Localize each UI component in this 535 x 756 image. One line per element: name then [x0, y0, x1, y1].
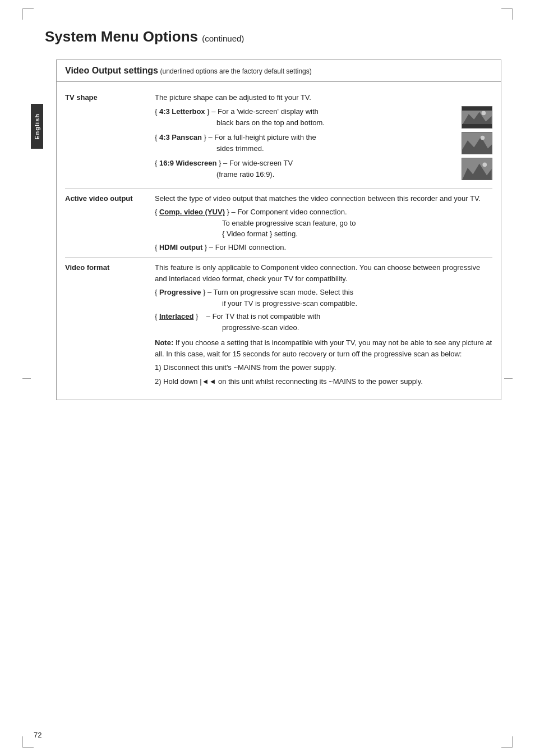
active-video-label: Active video output: [65, 193, 155, 203]
svg-point-7: [481, 135, 485, 140]
corner-mark-br: [501, 736, 513, 748]
letterbox-svg: [462, 107, 492, 128]
content-box: Video Output settings (underlined option…: [56, 59, 501, 400]
letterbox-desc1: For a 'wide-screen' display with: [218, 107, 319, 116]
note-step2: 2) Hold down |◄◄ on this unit whilst rec…: [155, 376, 492, 387]
widescreen-desc2: (frame ratio 16:9).: [155, 169, 456, 180]
widescreen-dash: –: [223, 159, 229, 167]
prog-option-text: Progressive: [159, 288, 201, 296]
hdmi-dash: – For HDMI connection.: [209, 243, 286, 251]
panscan-dash: –: [208, 133, 214, 141]
active-video-content: Select the type of video output that mat…: [155, 193, 492, 253]
comp-video-option: { Comp. video (YUV) } – For Component vi…: [155, 207, 492, 240]
corner-mark-bl: [22, 736, 34, 748]
settings-row-active-video: Active video output Select the type of v…: [57, 189, 501, 258]
page-title-continued: (continued): [202, 34, 244, 43]
settings-table: TV shape The picture shape can be adjust…: [57, 82, 501, 400]
side-mark-left: [22, 378, 31, 379]
page-number: 72: [34, 731, 41, 739]
prog-brace-open: {: [155, 288, 159, 296]
english-tab: English: [31, 104, 43, 149]
widescreen-option-text: 16:9 Widescreen: [159, 159, 217, 167]
widescreen-brace-open: {: [155, 159, 159, 167]
comp-sub-desc2: { Video format } setting.: [155, 228, 492, 240]
note-section: Note: If you choose a setting that is in…: [155, 337, 492, 387]
tv-shape-intro: The picture shape can be adjusted to fit…: [155, 92, 492, 103]
interlaced-option-text: Interlaced: [159, 312, 193, 320]
interlaced-option: { Interlaced } – For TV that is not comp…: [155, 311, 492, 333]
progressive-option: { Progressive } – Turn on progressive sc…: [155, 287, 492, 309]
interlaced-brace-open: {: [155, 312, 159, 320]
interlaced-sub-desc: progressive-scan video.: [155, 322, 492, 333]
tv-shape-label: TV shape: [65, 92, 155, 102]
letterbox-row: { 4:3 Letterbox } – For a 'wide-screen' …: [155, 106, 492, 129]
panscan-brace-open: {: [155, 133, 159, 141]
prog-brace-close: }: [201, 288, 207, 296]
letterbox-image: [462, 106, 492, 129]
panscan-desc1: For a full-height picture with the: [214, 133, 316, 141]
widescreen-brace-close: }: [216, 159, 223, 167]
english-tab-label: English: [34, 113, 40, 140]
note-text-content: If you choose a setting that is incompat…: [155, 338, 492, 358]
interlaced-dash: – For TV that is not compatible with: [206, 312, 321, 320]
note-label: Note:: [155, 338, 173, 347]
hdmi-brace-close: }: [202, 243, 209, 251]
panscan-row: { 4:3 Panscan } – For a full-height pict…: [155, 132, 492, 154]
panscan-image: [462, 132, 492, 154]
panscan-option: { 4:3 Panscan } – For a full-height pict…: [155, 132, 456, 154]
panscan-brace-close: }: [202, 133, 209, 141]
prog-dash: – Turn on progressive scan mode. Select …: [207, 288, 353, 296]
comp-sub-desc1: To enable progressive scan feature, go t…: [155, 218, 492, 229]
panscan-svg: [462, 132, 492, 154]
page-container: English System Menu Options (continued) …: [0, 0, 535, 756]
letterbox-option: { 4:3 Letterbox } – For a 'wide-screen' …: [155, 106, 456, 128]
letterbox-desc2: black bars on the top and bottom.: [155, 117, 456, 129]
active-video-intro: Select the type of video output that mat…: [155, 193, 492, 204]
video-format-intro: This feature is only applicable to Compo…: [155, 262, 492, 284]
comp-brace-close: }: [225, 208, 232, 216]
section-title: Video Output settings: [65, 66, 158, 75]
side-mark-right: [504, 378, 513, 379]
prog-sub-desc: if your TV is progressive-scan compatibl…: [155, 298, 492, 309]
note-step1: 1) Disconnect this unit's ~MAINS from th…: [155, 362, 492, 373]
video-format-label: Video format: [65, 262, 155, 272]
section-header: Video Output settings (underlined option…: [57, 60, 501, 82]
comp-option-text: Comp. video (YUV): [159, 208, 225, 216]
svg-rect-1: [462, 125, 491, 128]
svg-point-4: [482, 111, 486, 115]
letterbox-brace-close: }: [205, 107, 212, 116]
widescreen-image: [462, 158, 492, 180]
interlaced-brace-close: }: [193, 312, 200, 320]
interlaced-spacer: [200, 312, 206, 320]
widescreen-option: { 16:9 Widescreen } – For wide-screen TV…: [155, 158, 456, 180]
letterbox-option-text: 4:3 Letterbox: [159, 107, 205, 116]
hdmi-option: { HDMI output } – For HDMI connection.: [155, 242, 492, 253]
video-format-content: This feature is only applicable to Compo…: [155, 262, 492, 390]
widescreen-svg: [462, 158, 492, 180]
hdmi-option-text: HDMI output: [159, 243, 202, 251]
page-title: System Menu Options (continued): [45, 22, 501, 45]
panscan-desc2: sides trimmed.: [155, 143, 456, 154]
widescreen-desc1: For wide-screen TV: [229, 159, 293, 167]
tv-shape-content: The picture shape can be adjusted to fit…: [155, 92, 492, 184]
page-title-text: System Menu Options: [45, 28, 198, 45]
widescreen-row: { 16:9 Widescreen } – For wide-screen TV…: [155, 158, 492, 180]
panscan-option-text: 4:3 Panscan: [159, 133, 202, 141]
settings-row-tv-shape: TV shape The picture shape can be adjust…: [57, 88, 501, 188]
svg-rect-0: [462, 107, 491, 110]
corner-mark-tl: [22, 8, 34, 20]
settings-row-video-format: Video format This feature is only applic…: [57, 258, 501, 394]
letterbox-brace-open: {: [155, 107, 159, 116]
letterbox-dash: –: [211, 107, 218, 116]
comp-dash: – For Component video connection.: [232, 208, 347, 216]
section-subtitle: (underlined options are the factory defa…: [160, 67, 312, 75]
note-para: Note: If you choose a setting that is in…: [155, 337, 492, 359]
hdmi-brace-open: {: [155, 243, 159, 251]
corner-mark-tr: [501, 8, 513, 20]
svg-point-10: [482, 162, 487, 167]
comp-brace-open: {: [155, 208, 159, 216]
